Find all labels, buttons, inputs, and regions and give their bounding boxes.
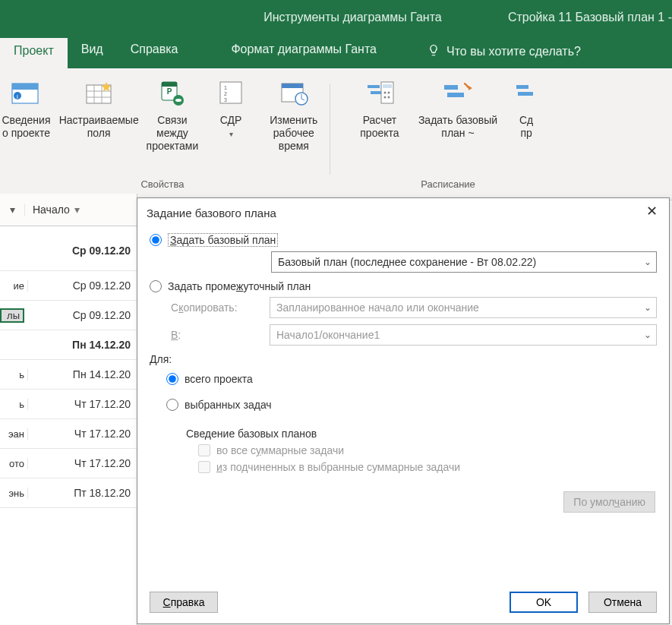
tab-format-gantt[interactable]: Формат диаграммы Ганта	[214, 35, 393, 68]
links-label-2: проектами	[147, 140, 199, 152]
wbs-label-1: СДР	[220, 114, 242, 126]
project-info-button[interactable]: i Сведенияо проекте	[0, 76, 58, 153]
cell-start-date[interactable]: Ср 09.12.20	[28, 240, 137, 257]
svg-rect-30	[444, 85, 458, 90]
svg-rect-1	[12, 84, 38, 90]
table-row[interactable]: иеСр 09.12.20	[0, 271, 137, 301]
title-bar: Инструменты диаграммы Ганта Стройка 11 Б…	[0, 0, 672, 35]
ribbon-group-schedule: Расписание	[335, 178, 561, 190]
project-info-icon: i	[9, 76, 43, 109]
row-fragment-left: энь	[0, 488, 28, 499]
worktime-label-1: Изменить	[270, 114, 317, 126]
svg-point-27	[387, 92, 390, 94]
move-label-1: Сд	[519, 114, 533, 126]
svg-text:1: 1	[224, 85, 227, 90]
custom-fields-label-2: поля	[87, 127, 111, 139]
chevron-down-icon: ▾	[74, 204, 80, 216]
table-row[interactable]: ьПн 14.12.20	[0, 360, 137, 390]
tab-project[interactable]: Проект	[0, 38, 68, 68]
calculate-icon	[363, 76, 396, 109]
table-row[interactable]: эанЧт 17.12.20	[0, 419, 137, 449]
ribbon: i Сведенияо проекте Настраиваемыеполя P …	[0, 68, 672, 200]
cell-start-date[interactable]: Пн 14.12.20	[28, 339, 137, 351]
tell-me-search[interactable]: Что вы хотите сделать?	[416, 35, 592, 68]
table-row[interactable]: отоЧт 17.12.20	[0, 449, 137, 478]
ribbon-tabs: Проект Вид Справка Формат диаграммы Гант…	[0, 35, 672, 68]
project-links-icon: P	[156, 76, 189, 109]
table-row[interactable]: лыСр 09.12.20	[0, 301, 137, 330]
baseline-combo[interactable]: Базовый план (последнее сохранение - Вт …	[271, 251, 657, 273]
custom-fields-button[interactable]: Настраиваемыеполя	[58, 76, 138, 153]
links-between-projects-button[interactable]: P Связи междупроектами	[139, 76, 206, 153]
tab-view[interactable]: Вид	[68, 35, 117, 68]
move-project-button[interactable]: Сдпр	[503, 76, 549, 140]
svg-rect-18	[282, 84, 303, 88]
radio-whole-project-label: всего проекта	[185, 373, 253, 385]
svg-text:P: P	[167, 87, 172, 96]
cell-start-date[interactable]: Чт 17.12.20	[28, 398, 137, 410]
svg-rect-31	[447, 93, 464, 97]
table-row[interactable]: эньПт 18.12.20	[0, 478, 137, 508]
checkbox-all-summary-label: во все суммарные задачи	[216, 444, 344, 456]
move-label-2: пр	[520, 127, 532, 139]
ok-button[interactable]: OK	[510, 592, 578, 613]
into-combo: Начало1/окончание1 ⌄	[270, 324, 657, 346]
into-label: В:	[171, 329, 262, 341]
radio-set-interim[interactable]	[150, 280, 162, 292]
copy-combo: Запланированное начало или окончание ⌄	[270, 297, 657, 318]
radio-selected-tasks[interactable]	[166, 399, 178, 411]
project-info-label-1: Сведения	[2, 114, 51, 126]
into-combo-value: Начало1/окончание1	[276, 329, 380, 341]
radio-set-baseline[interactable]	[150, 234, 162, 246]
help-button[interactable]: Справка	[150, 592, 218, 613]
calc-label-2: проекта	[360, 127, 399, 139]
radio-set-baseline-label: Задать базовый план	[168, 233, 278, 247]
baseline-icon	[441, 76, 475, 109]
radio-selected-tasks-label: выбранных задач	[185, 399, 272, 411]
contextual-tab-title: Инструменты диаграммы Ганта	[228, 11, 478, 24]
row-fragment-left: ие	[0, 280, 28, 292]
ribbon-group-properties: Свойства	[0, 178, 325, 190]
checkbox-sub-to-selected	[198, 461, 210, 473]
close-icon[interactable]: ✕	[642, 204, 661, 221]
baseline-label-1: Задать базовый	[418, 114, 497, 126]
cell-start-date[interactable]: Пт 18.12.20	[28, 487, 137, 499]
tab-help[interactable]: Справка	[117, 35, 192, 68]
cell-start-date[interactable]: Чт 17.12.20	[28, 457, 137, 469]
column-header-start[interactable]: Начало ▾	[25, 204, 137, 216]
cancel-button[interactable]: Отмена	[588, 592, 657, 613]
chevron-down-icon: ⌄	[644, 257, 651, 267]
row-fragment-left: ь	[0, 399, 28, 410]
row-fragment-left: эан	[0, 428, 28, 440]
table-row[interactable]: Ср 09.12.20	[0, 226, 137, 271]
table-row[interactable]: Пн 14.12.20	[0, 330, 137, 360]
copy-combo-value: Запланированное начало или окончание	[276, 301, 479, 314]
links-label-1: Связи между	[156, 114, 188, 139]
change-worktime-button[interactable]: Изменитьрабочее время	[256, 76, 331, 153]
checkbox-sub-to-selected-label: из подчиненных в выбранные суммарные зад…	[216, 461, 460, 473]
cell-start-date[interactable]: Ср 09.12.20	[28, 279, 137, 292]
cell-start-date[interactable]: Ср 09.12.20	[24, 309, 137, 321]
svg-text:i: i	[17, 93, 19, 100]
row-fragment-left: лы	[0, 308, 24, 323]
svg-rect-22	[368, 85, 380, 88]
chevron-down-icon: ⌄	[644, 302, 651, 313]
table-row[interactable]: ьЧт 17.12.20	[0, 390, 137, 419]
cell-start-date[interactable]: Чт 17.12.20	[28, 428, 137, 440]
wbs-button[interactable]: 123 СДР▾	[206, 76, 256, 153]
task-grid: ▾ Начало ▾ Ср 09.12.20иеСр 09.12.20лыСр …	[0, 194, 137, 625]
set-baseline-dialog: Задание базового плана ✕ Задать базовый …	[137, 197, 670, 624]
svg-rect-25	[383, 84, 392, 88]
copy-label: Скопировать:	[171, 301, 262, 314]
cell-start-date[interactable]: Пн 14.12.20	[28, 368, 137, 380]
change-worktime-icon	[277, 76, 311, 109]
svg-rect-32	[516, 85, 528, 89]
set-baseline-button[interactable]: Задать базовыйплан ~	[412, 76, 503, 140]
for-label: Для:	[150, 353, 657, 365]
filter-dropdown-icon[interactable]: ▾	[0, 204, 25, 216]
column-header-start-label: Начало	[33, 204, 70, 216]
radio-whole-project[interactable]	[166, 373, 178, 385]
svg-point-26	[383, 92, 386, 94]
calculate-project-button[interactable]: Расчетпроекта	[347, 76, 412, 140]
svg-text:2: 2	[224, 91, 227, 96]
